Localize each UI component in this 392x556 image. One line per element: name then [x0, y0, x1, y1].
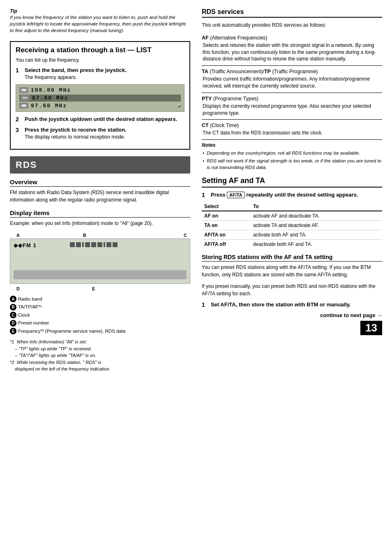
lcd-freq-3: 97.60 MHz	[31, 103, 67, 109]
circle-b: B	[10, 304, 16, 310]
tip-title: Tip	[10, 8, 190, 14]
diag-seg-4	[85, 242, 90, 247]
step-2-num: 2	[16, 116, 22, 123]
step-3: 3 Press the joystick to receive the stat…	[16, 127, 184, 140]
page-number: 13	[360, 321, 382, 335]
diag-label-c: CClock	[10, 311, 190, 320]
lcd-row-3: ▦▦ 97.60 MHz ↵	[19, 103, 181, 109]
circle-d: D	[10, 320, 16, 327]
diag-seg-3	[82, 242, 84, 247]
lcd-arrow: ↵	[178, 103, 181, 109]
setting-af-ta-section: Setting AF and TA 1 Press AF/TA repeated…	[202, 176, 382, 335]
circle-e: E	[10, 328, 16, 334]
table-row-3: AF/TA on activate both AF and TA.	[202, 230, 382, 240]
table-row-1-select: AF on	[202, 211, 251, 221]
diag-label-a: ARadio band	[10, 295, 190, 303]
storing-step-1-num: 1	[202, 301, 208, 308]
page-number-wrapper: 13	[202, 321, 382, 335]
label-a-text: Radio band	[18, 297, 42, 301]
lcd-icon-1: ▦▦	[19, 87, 28, 93]
rds-item-ta: TA (Traffic Announcement)/TP (Traffic Pr…	[202, 66, 382, 93]
diag-seg-8	[106, 242, 111, 247]
footnote-2: *2 While receiving the RDS station, " RD…	[10, 359, 190, 373]
diag-seg-6	[97, 242, 102, 247]
step-2-header: 2 Push the joystick up/down until the de…	[16, 116, 184, 123]
rds-item-af: AF (Alternative Frequencies) Selects and…	[202, 32, 382, 66]
step-2: 2 Push the joystick up/down until the de…	[16, 116, 184, 123]
storing-text-1: You can preset RDS stations along with t…	[202, 264, 382, 278]
label-c-text: Clock	[18, 313, 30, 317]
lcd-icon-3: ▦▦	[19, 103, 28, 109]
diagram-labels-list: ARadio band BTA/TP/AF*¹ CClock DPreset n…	[10, 295, 190, 336]
footnote-1: *1 When Info (Information) "All" is set:…	[10, 338, 190, 359]
table-row-2-select: TA on	[202, 221, 251, 230]
diag-label-a-top: A	[16, 233, 20, 238]
step-3-text: Press the joystick to receive the statio…	[25, 127, 127, 133]
afta-off-label: AF/TA off	[204, 241, 226, 247]
rds-item-ta-title: TA (Traffic Announcement)/TP (Traffic Pr…	[202, 69, 382, 74]
rds-services-section: RDS services This unit automatically pro…	[202, 8, 382, 171]
rds-item-ct: CT (Clock Time) The CT data from the RDS…	[202, 120, 382, 140]
storing-step-1: 1 Set AF/TA, then store the station with…	[202, 301, 382, 308]
diag-label-b-top: B	[83, 233, 86, 238]
notes-section: Notes Depending on the country/region, n…	[202, 140, 382, 171]
af-on-label: AF on	[204, 213, 218, 219]
step1-rest: repeatedly until the desired setting app…	[246, 192, 358, 198]
diag-seg-5	[91, 242, 96, 247]
table-row-2: TA on activate TA and deactivate AF.	[202, 221, 382, 230]
lcd-freq-2: 87.60 MHz	[32, 95, 68, 101]
table-row-1: AF on activate AF and deactivate TA.	[202, 211, 382, 221]
storing-text-2: If you preset manually, you can preset b…	[202, 283, 382, 297]
diag-seg-7	[104, 242, 105, 247]
step-3-header: 3 Press the joystick to receive the stat…	[16, 127, 184, 133]
receiving-title: Receiving a station through a list — LIS…	[16, 46, 184, 54]
footnotes: *1 When Info (Information) "All" is set:…	[10, 338, 190, 373]
diag-seg-9	[113, 242, 118, 247]
step-3-num: 3	[16, 127, 22, 133]
table-row-4-select: AF/TA off	[202, 240, 251, 249]
rds-af-abbr: AF	[202, 35, 209, 41]
label-e-text: Frequency*² (Programme service name), RD…	[18, 329, 125, 334]
display-items-title: Display items	[10, 209, 190, 218]
lcd-freq-1: 108.00 MHz	[31, 87, 71, 93]
diag-label-b: BTA/TP/AF*¹	[10, 303, 190, 311]
rds-item-pty: PTY (Programme Types) Displays the curre…	[202, 93, 382, 120]
setting-step-1-text: Press AF/TA repeatedly until the desired…	[211, 192, 358, 198]
storing-title: Storing RDS stations with the AF and TA …	[202, 254, 382, 262]
rds-pty-abbr: PTY	[202, 96, 212, 102]
note-2: RDS will not work if the signal strength…	[202, 158, 382, 171]
overview-section: Overview FM stations with Radio Data Sys…	[10, 178, 190, 204]
tip-section: Tip If you know the frequency of the sta…	[10, 8, 190, 34]
notes-title: Notes	[202, 142, 382, 148]
step-1-text: Select the band, then press the joystick…	[25, 67, 127, 73]
diag-seg-2	[76, 242, 81, 247]
rds-ct-title-rest: (Clock Time)	[209, 123, 239, 128]
display-items-section: Display items Example: when you set Info…	[10, 209, 190, 373]
overview-text: FM stations with Radio Data System (RDS)…	[10, 189, 190, 204]
setting-step-1: 1 Press AF/TA repeatedly until the desir…	[202, 192, 382, 198]
step-1-num: 1	[16, 67, 22, 74]
lcd-icon-2: ◈◈	[21, 95, 30, 101]
press-text: Press	[211, 192, 225, 198]
receiving-subtitle: You can list up the frequency.	[16, 57, 184, 63]
setting-step-1-num: 1	[202, 192, 208, 198]
lcd-row-2: ◈◈ 87.60 MHz	[19, 95, 181, 102]
rds-item-ct-title: CT (Clock Time)	[202, 123, 382, 128]
afta-on-label: AF/TA on	[204, 232, 226, 238]
rds-header: RDS	[10, 156, 190, 174]
display-diagram: A B C ◈◈FM 1	[10, 232, 190, 292]
step-1: 1 Select the band, then press the joysti…	[16, 67, 184, 112]
label-d-text: Preset number	[18, 320, 49, 325]
table-row-3-to: activate both AF and TA.	[251, 230, 382, 240]
diag-label-e-bot: E	[92, 286, 95, 291]
rds-ct-abbr: CT	[202, 123, 209, 128]
table-col1-header: Select	[202, 202, 251, 211]
diag-label-d-bot: D	[16, 286, 20, 291]
storing-step-1-text: Set AF/TA, then store the station with B…	[211, 301, 351, 308]
note-1: Depending on the country/region, not all…	[202, 150, 382, 156]
receiving-section: Receiving a station through a list — LIS…	[10, 41, 190, 149]
step-3-body: The display returns to normal reception …	[25, 134, 184, 140]
display-items-intro: Example: when you set Info (information)…	[10, 220, 190, 227]
continue-text: continue to next page →	[202, 312, 382, 318]
label-b-text: TA/TP/AF*¹	[18, 304, 42, 309]
